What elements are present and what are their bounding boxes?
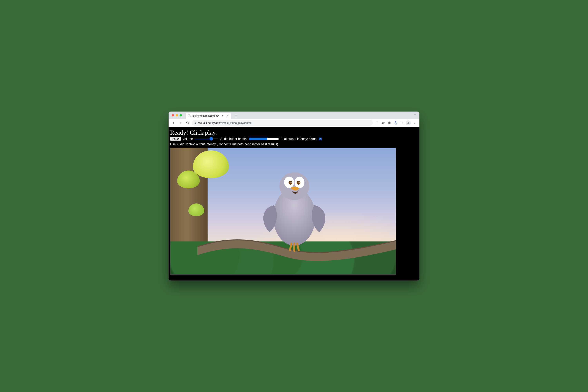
video-player[interactable] xyxy=(170,148,396,275)
tab-overflow-button[interactable] xyxy=(413,113,417,118)
url-text: wc-talk.netlify.app/simple_video_player.… xyxy=(198,121,370,124)
profile-avatar[interactable] xyxy=(405,120,411,126)
svg-point-12 xyxy=(290,182,292,183)
window-minimize-button[interactable] xyxy=(176,114,178,116)
video-scene-leaf xyxy=(188,204,204,216)
tab-audio-icon[interactable] xyxy=(222,114,224,117)
lock-icon xyxy=(194,122,197,124)
buffer-health-fill xyxy=(249,138,267,140)
address-bar[interactable]: wc-talk.netlify.app/simple_video_player.… xyxy=(192,120,373,126)
tab-strip: https://wc-talk.netlify.app/ xyxy=(168,112,420,119)
toolbar-right xyxy=(374,120,418,126)
toolbar: wc-talk.netlify.app/simple_video_player.… xyxy=(168,119,420,127)
use-output-latency-label: Use AudioContext.outputLatency (Connect … xyxy=(170,142,278,146)
svg-point-7 xyxy=(279,172,309,200)
forward-button[interactable] xyxy=(178,120,184,126)
window-zoom-button[interactable] xyxy=(180,114,182,116)
tab-title: https://wc-talk.netlify.app/ xyxy=(192,114,220,117)
bookmark-star-icon[interactable] xyxy=(380,120,386,126)
use-output-latency-checkbox[interactable] xyxy=(319,138,322,140)
labs-flask-icon[interactable] xyxy=(393,120,399,126)
share-icon[interactable] xyxy=(374,120,380,126)
buffer-label: Audio buffer health: xyxy=(220,137,247,141)
browser-tab[interactable]: https://wc-talk.netlify.app/ xyxy=(186,113,231,119)
kebab-menu-icon[interactable] xyxy=(412,120,418,126)
volume-slider[interactable] xyxy=(195,138,218,139)
svg-point-2 xyxy=(414,122,415,122)
latency-value: 87ms xyxy=(309,137,316,140)
extensions-icon[interactable] xyxy=(386,120,392,126)
svg-point-1 xyxy=(408,122,409,123)
latency-label: Total output latency: 87ms xyxy=(280,137,316,141)
pause-button[interactable]: Pause xyxy=(170,137,181,141)
svg-rect-0 xyxy=(401,122,403,124)
globe-icon xyxy=(188,114,191,118)
svg-point-11 xyxy=(296,181,300,185)
volume-label: Volume xyxy=(182,137,193,141)
svg-point-13 xyxy=(298,182,300,183)
side-panel-icon[interactable] xyxy=(399,120,405,126)
back-button[interactable] xyxy=(170,120,176,126)
window-close-button[interactable] xyxy=(172,114,174,116)
svg-point-4 xyxy=(414,124,415,124)
video-scene-bird xyxy=(256,158,332,257)
status-heading: Ready! Click play. xyxy=(170,129,418,136)
player-controls: Pause Volume Audio buffer health: Total … xyxy=(170,137,418,146)
svg-point-10 xyxy=(288,181,292,185)
page-viewport: Ready! Click play. Pause Volume Audio bu… xyxy=(168,127,420,281)
new-tab-button[interactable] xyxy=(233,112,239,118)
window-controls xyxy=(170,114,183,116)
browser-window: https://wc-talk.netlify.app/ xyxy=(168,112,420,281)
tab-close-icon[interactable] xyxy=(226,114,229,118)
reload-button[interactable] xyxy=(185,120,190,126)
svg-point-3 xyxy=(414,122,415,123)
buffer-health-meter xyxy=(249,138,278,140)
